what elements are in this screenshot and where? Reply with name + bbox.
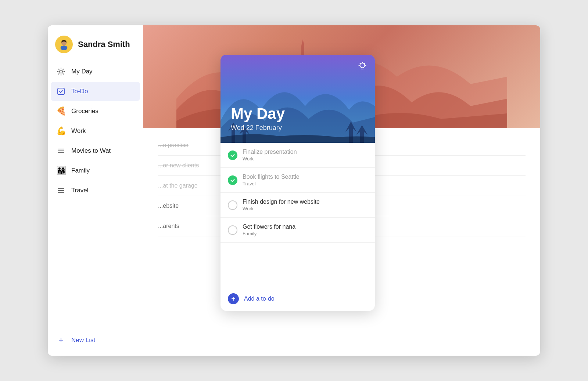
sidebar-label-groceries: Groceries (71, 108, 98, 115)
add-todo-label: Add a to-do (244, 295, 275, 302)
myday-date: Wed 22 February (231, 124, 285, 132)
sidebar-label-work: Work (71, 127, 86, 135)
sidebar-item-movies[interactable]: Movies to Wat (51, 141, 140, 160)
new-list-button[interactable]: + New List (51, 331, 140, 350)
groceries-icon: 🍕 (56, 106, 66, 116)
app-container: Sandra Smith (48, 25, 540, 356)
task-4-list: Family (243, 231, 295, 236)
task-2-list: Travel (243, 181, 300, 186)
svg-point-25 (365, 65, 366, 66)
myday-card-header: My Day Wed 22 February (220, 55, 375, 143)
myday-task-4[interactable]: Get flowers for nana Family (220, 218, 375, 243)
myday-card: My Day Wed 22 February Finalize presenta… (220, 55, 375, 311)
avatar (55, 36, 73, 53)
task-1-title: Finalize presentation (243, 149, 297, 155)
task-3-list: Work (243, 206, 320, 211)
task-4-info: Get flowers for nana Family (243, 224, 295, 236)
sidebar-item-todo[interactable]: To-Do (51, 82, 140, 101)
add-todo-button[interactable]: + Add a to-do (220, 287, 375, 311)
svg-line-11 (58, 73, 59, 74)
user-name: Sandra Smith (78, 40, 130, 49)
task-2-title: Book flights to Seattle (243, 174, 300, 180)
sidebar-item-travel[interactable]: Travel (51, 181, 140, 200)
task-4-title: Get flowers for nana (243, 224, 295, 230)
svg-point-24 (360, 63, 361, 64)
sidebar-label-travel: Travel (71, 187, 89, 194)
task-empty-check-4[interactable] (228, 225, 237, 235)
family-icon: 👨‍👩‍👧 (56, 166, 66, 176)
myday-task-3[interactable]: Finish design for new website Work (220, 193, 375, 218)
myday-title-text: My Day (231, 105, 285, 123)
svg-point-23 (364, 63, 365, 64)
main-content: ...o practice ...or new clients ...at th… (143, 25, 540, 356)
svg-line-8 (58, 69, 59, 70)
task-empty-check-3[interactable] (228, 200, 237, 210)
myday-title-block: My Day Wed 22 February (231, 105, 285, 132)
svg-point-26 (359, 65, 359, 66)
task-3-title: Finish design for new website (243, 199, 320, 205)
sidebar-label-movies: Movies to Wat (71, 147, 111, 155)
sidebar: Sandra Smith (48, 25, 143, 356)
task-1-list: Work (243, 156, 297, 162)
nav-list: My Day To-Do 🍕 Groceries 💪 (48, 62, 143, 331)
svg-rect-12 (58, 88, 64, 95)
myday-task-2[interactable]: Book flights to Seattle Travel (220, 168, 375, 193)
todo-icon (56, 86, 66, 97)
user-profile: Sandra Smith (48, 25, 143, 62)
sidebar-item-work[interactable]: 💪 Work (51, 121, 140, 141)
sidebar-item-family[interactable]: 👨‍👩‍👧 Family (51, 161, 140, 180)
new-list-label: New List (71, 337, 95, 344)
add-todo-circle-icon: + (228, 293, 239, 304)
task-complete-check-1[interactable] (228, 150, 237, 160)
card-spacer (220, 243, 375, 287)
sidebar-label-todo: To-Do (71, 88, 88, 95)
svg-line-10 (63, 69, 64, 70)
task-1-info: Finalize presentation Work (243, 149, 297, 162)
svg-point-21 (360, 63, 365, 68)
sun-icon (56, 66, 66, 77)
plus-icon: + (56, 335, 66, 345)
myday-task-1[interactable]: Finalize presentation Work (220, 143, 375, 168)
svg-point-3 (60, 70, 62, 73)
task-complete-check-2[interactable] (228, 175, 237, 185)
svg-point-22 (362, 62, 363, 63)
sidebar-label-family: Family (71, 167, 90, 174)
bulb-icon[interactable] (357, 61, 368, 74)
movies-icon (56, 146, 66, 156)
myday-tasks-list: Finalize presentation Work Book flights … (220, 143, 375, 243)
sidebar-item-my-day[interactable]: My Day (51, 62, 140, 81)
sidebar-item-groceries[interactable]: 🍕 Groceries (51, 102, 140, 121)
task-3-info: Finish design for new website Work (243, 199, 320, 211)
travel-icon (56, 185, 66, 196)
task-2-info: Book flights to Seattle Travel (243, 174, 300, 186)
svg-point-1 (61, 46, 68, 50)
sidebar-label-my-day: My Day (71, 68, 93, 75)
work-icon: 💪 (56, 126, 66, 136)
svg-line-9 (63, 73, 64, 74)
